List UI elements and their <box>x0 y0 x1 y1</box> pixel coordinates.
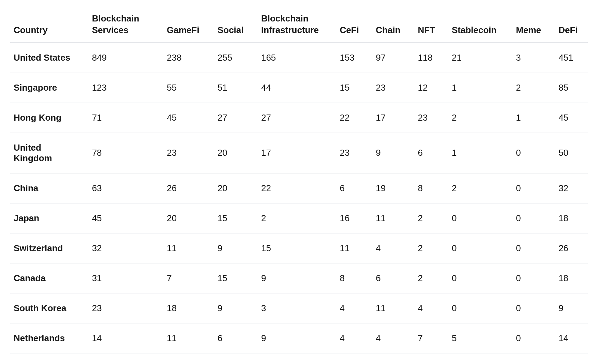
cell-cefi: 11 <box>333 233 369 263</box>
cell-country: South Korea <box>10 293 85 323</box>
cell-nft: 2 <box>411 263 445 293</box>
cell-chain: 97 <box>369 43 411 73</box>
cell-defi: 32 <box>552 173 588 203</box>
cell-stablecoin: 21 <box>445 43 509 73</box>
cell-blockchain_services: 45 <box>85 203 160 233</box>
cell-defi: 85 <box>552 73 588 103</box>
cell-meme: 0 <box>509 233 552 263</box>
cell-chain: 11 <box>369 203 411 233</box>
cell-nft: 6 <box>411 133 445 173</box>
cell-defi: 45 <box>552 103 588 133</box>
cell-blockchain_infrastructure: 22 <box>254 173 333 203</box>
cell-meme: 2 <box>509 73 552 103</box>
cell-blockchain_infrastructure: 27 <box>254 103 333 133</box>
header-cefi: CeFi <box>333 7 369 43</box>
cell-blockchain_services: 71 <box>85 103 160 133</box>
header-stablecoin: Stablecoin <box>445 7 509 43</box>
cell-blockchain_infrastructure: 17 <box>254 133 333 173</box>
cell-blockchain_services: 14 <box>85 323 160 353</box>
header-blockchain-infrastructure: Blockchain Infrastructure <box>254 7 333 43</box>
cell-defi: 14 <box>552 323 588 353</box>
cell-meme: 0 <box>509 173 552 203</box>
cell-stablecoin: 1 <box>445 133 509 173</box>
header-defi: DeFi <box>552 7 588 43</box>
cell-chain: 17 <box>369 103 411 133</box>
cell-gamefi: 45 <box>160 103 211 133</box>
cell-country: China <box>10 173 85 203</box>
cell-gamefi: 11 <box>160 323 211 353</box>
cell-blockchain_services: 123 <box>85 73 160 103</box>
cell-blockchain_services: 849 <box>85 43 160 73</box>
cell-stablecoin: 2 <box>445 173 509 203</box>
cell-meme: 0 <box>509 133 552 173</box>
cell-meme: 0 <box>509 323 552 353</box>
cell-cefi: 16 <box>333 203 369 233</box>
cell-gamefi: 26 <box>160 173 211 203</box>
cell-gamefi: 7 <box>160 263 211 293</box>
header-blockchain-services: Blockchain Services <box>85 7 160 43</box>
header-country: Country <box>10 7 85 43</box>
cell-cefi: 6 <box>333 173 369 203</box>
cell-social: 9 <box>211 293 254 323</box>
cell-meme: 3 <box>509 43 552 73</box>
table-row: Canada3171598620018 <box>10 263 588 293</box>
cell-stablecoin: 0 <box>445 203 509 233</box>
table-row: Hong Kong714527272217232145 <box>10 103 588 133</box>
table-row: United Kingdom7823201723961050 <box>10 133 588 173</box>
cell-social: 20 <box>211 133 254 173</box>
cell-gamefi: 20 <box>160 203 211 233</box>
table-row: South Korea2318934114009 <box>10 293 588 323</box>
data-table: Country Blockchain Services GameFi Socia… <box>10 7 588 353</box>
cell-nft: 118 <box>411 43 445 73</box>
cell-defi: 26 <box>552 233 588 263</box>
cell-country: Switzerland <box>10 233 85 263</box>
table-row: Singapore1235551441523121285 <box>10 73 588 103</box>
cell-chain: 4 <box>369 233 411 263</box>
cell-defi: 18 <box>552 203 588 233</box>
cell-country: United Kingdom <box>10 133 85 173</box>
cell-nft: 2 <box>411 203 445 233</box>
cell-country: Canada <box>10 263 85 293</box>
cell-nft: 4 <box>411 293 445 323</box>
cell-nft: 23 <box>411 103 445 133</box>
cell-social: 9 <box>211 233 254 263</box>
cell-stablecoin: 0 <box>445 233 509 263</box>
cell-chain: 6 <box>369 263 411 293</box>
header-chain: Chain <box>369 7 411 43</box>
cell-gamefi: 18 <box>160 293 211 323</box>
cell-blockchain_infrastructure: 2 <box>254 203 333 233</box>
cell-country: Singapore <box>10 73 85 103</box>
header-row: Country Blockchain Services GameFi Socia… <box>10 7 588 43</box>
table-row: United States84923825516515397118213451 <box>10 43 588 73</box>
cell-cefi: 15 <box>333 73 369 103</box>
table-container: Country Blockchain Services GameFi Socia… <box>0 0 598 364</box>
table-row: Japan4520152161120018 <box>10 203 588 233</box>
cell-nft: 2 <box>411 233 445 263</box>
cell-social: 51 <box>211 73 254 103</box>
table-row: Netherlands1411694475014 <box>10 323 588 353</box>
cell-stablecoin: 0 <box>445 263 509 293</box>
header-social: Social <box>211 7 254 43</box>
cell-blockchain_infrastructure: 3 <box>254 293 333 323</box>
cell-chain: 19 <box>369 173 411 203</box>
cell-blockchain_infrastructure: 44 <box>254 73 333 103</box>
cell-chain: 9 <box>369 133 411 173</box>
cell-cefi: 4 <box>333 293 369 323</box>
cell-country: Japan <box>10 203 85 233</box>
header-meme: Meme <box>509 7 552 43</box>
table-row: Switzerland321191511420026 <box>10 233 588 263</box>
cell-country: Hong Kong <box>10 103 85 133</box>
cell-blockchain_infrastructure: 165 <box>254 43 333 73</box>
header-gamefi: GameFi <box>160 7 211 43</box>
cell-blockchain_infrastructure: 9 <box>254 263 333 293</box>
cell-gamefi: 11 <box>160 233 211 263</box>
cell-gamefi: 55 <box>160 73 211 103</box>
header-nft: NFT <box>411 7 445 43</box>
cell-social: 27 <box>211 103 254 133</box>
cell-stablecoin: 5 <box>445 323 509 353</box>
cell-nft: 12 <box>411 73 445 103</box>
cell-gamefi: 238 <box>160 43 211 73</box>
cell-defi: 18 <box>552 263 588 293</box>
cell-country: Netherlands <box>10 323 85 353</box>
cell-blockchain_services: 32 <box>85 233 160 263</box>
